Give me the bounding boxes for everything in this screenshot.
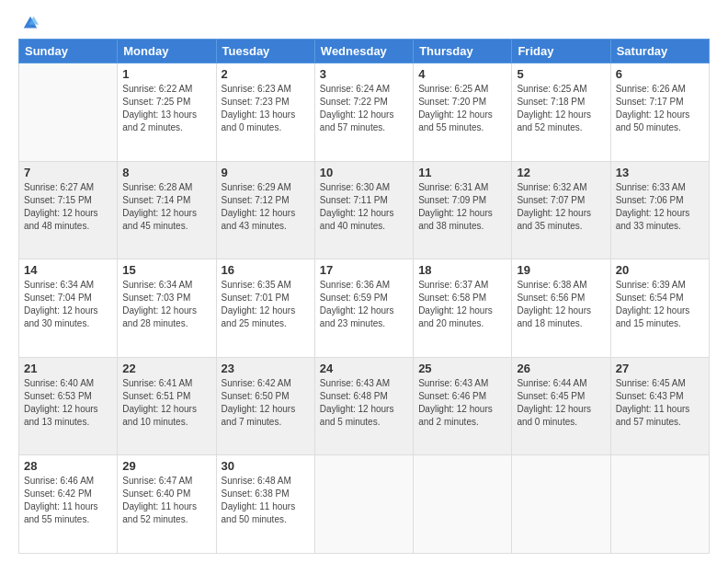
logo — [18, 15, 39, 31]
weekday-header: Sunday — [19, 40, 118, 63]
calendar-cell — [610, 455, 709, 554]
day-info: Sunrise: 6:31 AMSunset: 7:09 PMDaylight:… — [418, 181, 506, 233]
calendar-cell: 1Sunrise: 6:22 AMSunset: 7:25 PMDaylight… — [118, 63, 216, 162]
logo-icon — [22, 15, 39, 31]
day-info: Sunrise: 6:25 AMSunset: 7:20 PMDaylight:… — [418, 83, 506, 134]
day-number: 21 — [24, 362, 112, 375]
calendar-cell: 11Sunrise: 6:31 AMSunset: 7:09 PMDayligh… — [414, 161, 512, 259]
calendar-cell: 8Sunrise: 6:28 AMSunset: 7:14 PMDaylight… — [118, 161, 216, 259]
calendar-cell: 6Sunrise: 6:26 AMSunset: 7:17 PMDaylight… — [610, 63, 709, 162]
calendar-cell: 14Sunrise: 6:34 AMSunset: 7:04 PMDayligh… — [19, 259, 118, 358]
calendar-cell: 2Sunrise: 6:23 AMSunset: 7:23 PMDaylight… — [216, 63, 314, 162]
day-info: Sunrise: 6:36 AMSunset: 6:59 PMDaylight:… — [320, 279, 408, 330]
calendar-cell: 3Sunrise: 6:24 AMSunset: 7:22 PMDaylight… — [314, 63, 413, 162]
day-info: Sunrise: 6:24 AMSunset: 7:22 PMDaylight:… — [320, 83, 408, 134]
day-number: 5 — [517, 67, 605, 81]
calendar-cell: 18Sunrise: 6:37 AMSunset: 6:58 PMDayligh… — [414, 259, 512, 358]
calendar-cell: 20Sunrise: 6:39 AMSunset: 6:54 PMDayligh… — [610, 259, 709, 358]
weekday-header: Saturday — [610, 40, 709, 63]
day-info: Sunrise: 6:42 AMSunset: 6:50 PMDaylight:… — [222, 377, 310, 429]
day-info: Sunrise: 6:38 AMSunset: 6:56 PMDaylight:… — [517, 279, 605, 330]
day-info: Sunrise: 6:47 AMSunset: 6:40 PMDaylight:… — [122, 475, 210, 526]
calendar-cell: 5Sunrise: 6:25 AMSunset: 7:18 PMDaylight… — [512, 63, 610, 162]
calendar-week-row: 1Sunrise: 6:22 AMSunset: 7:25 PMDaylight… — [19, 63, 710, 162]
day-number: 6 — [616, 67, 704, 81]
day-info: Sunrise: 6:34 AMSunset: 7:03 PMDaylight:… — [122, 279, 210, 330]
weekday-header: Thursday — [414, 40, 512, 63]
calendar-week-row: 7Sunrise: 6:27 AMSunset: 7:15 PMDaylight… — [19, 161, 710, 259]
day-info: Sunrise: 6:45 AMSunset: 6:43 PMDaylight:… — [616, 377, 704, 429]
calendar-cell — [19, 63, 118, 162]
day-number: 12 — [517, 166, 605, 179]
day-info: Sunrise: 6:46 AMSunset: 6:42 PMDaylight:… — [24, 475, 112, 526]
day-info: Sunrise: 6:26 AMSunset: 7:17 PMDaylight:… — [616, 83, 704, 134]
day-info: Sunrise: 6:30 AMSunset: 7:11 PMDaylight:… — [320, 181, 408, 233]
calendar-cell: 9Sunrise: 6:29 AMSunset: 7:12 PMDaylight… — [216, 161, 314, 259]
day-number: 28 — [24, 459, 112, 473]
calendar-cell: 17Sunrise: 6:36 AMSunset: 6:59 PMDayligh… — [314, 259, 413, 358]
calendar-cell: 12Sunrise: 6:32 AMSunset: 7:07 PMDayligh… — [512, 161, 610, 259]
calendar-cell: 24Sunrise: 6:43 AMSunset: 6:48 PMDayligh… — [314, 357, 413, 455]
calendar-cell: 26Sunrise: 6:44 AMSunset: 6:45 PMDayligh… — [512, 357, 610, 455]
day-info: Sunrise: 6:32 AMSunset: 7:07 PMDaylight:… — [517, 181, 605, 233]
day-number: 7 — [24, 166, 112, 179]
day-number: 4 — [418, 67, 506, 81]
page-header — [18, 15, 710, 31]
calendar-cell: 7Sunrise: 6:27 AMSunset: 7:15 PMDaylight… — [19, 161, 118, 259]
weekday-header: Monday — [118, 40, 216, 63]
day-number: 10 — [320, 166, 408, 179]
calendar-week-row: 21Sunrise: 6:40 AMSunset: 6:53 PMDayligh… — [19, 357, 710, 455]
weekday-header: Tuesday — [216, 40, 314, 63]
calendar-header-row: SundayMondayTuesdayWednesdayThursdayFrid… — [19, 40, 710, 63]
day-number: 22 — [122, 362, 210, 375]
day-number: 18 — [418, 263, 506, 277]
day-info: Sunrise: 6:22 AMSunset: 7:25 PMDaylight:… — [122, 83, 210, 134]
day-number: 19 — [517, 263, 605, 277]
day-number: 20 — [616, 263, 704, 277]
calendar-cell: 27Sunrise: 6:45 AMSunset: 6:43 PMDayligh… — [610, 357, 709, 455]
calendar-cell: 15Sunrise: 6:34 AMSunset: 7:03 PMDayligh… — [118, 259, 216, 358]
calendar-cell: 25Sunrise: 6:43 AMSunset: 6:46 PMDayligh… — [414, 357, 512, 455]
calendar-cell — [512, 455, 610, 554]
calendar-table: SundayMondayTuesdayWednesdayThursdayFrid… — [18, 39, 710, 554]
day-info: Sunrise: 6:29 AMSunset: 7:12 PMDaylight:… — [222, 181, 310, 233]
day-info: Sunrise: 6:40 AMSunset: 6:53 PMDaylight:… — [24, 377, 112, 429]
day-info: Sunrise: 6:25 AMSunset: 7:18 PMDaylight:… — [517, 83, 605, 134]
day-info: Sunrise: 6:39 AMSunset: 6:54 PMDaylight:… — [616, 279, 704, 330]
day-number: 29 — [122, 459, 210, 473]
weekday-header: Friday — [512, 40, 610, 63]
calendar-cell: 28Sunrise: 6:46 AMSunset: 6:42 PMDayligh… — [19, 455, 118, 554]
calendar-cell — [314, 455, 413, 554]
day-number: 11 — [418, 166, 506, 179]
calendar-cell — [414, 455, 512, 554]
calendar-cell: 13Sunrise: 6:33 AMSunset: 7:06 PMDayligh… — [610, 161, 709, 259]
calendar-cell: 4Sunrise: 6:25 AMSunset: 7:20 PMDaylight… — [414, 63, 512, 162]
day-info: Sunrise: 6:44 AMSunset: 6:45 PMDaylight:… — [517, 377, 605, 429]
day-info: Sunrise: 6:23 AMSunset: 7:23 PMDaylight:… — [222, 83, 310, 134]
weekday-header: Wednesday — [314, 40, 413, 63]
calendar-cell: 22Sunrise: 6:41 AMSunset: 6:51 PMDayligh… — [118, 357, 216, 455]
day-number: 1 — [122, 67, 210, 81]
day-number: 23 — [222, 362, 310, 375]
day-info: Sunrise: 6:28 AMSunset: 7:14 PMDaylight:… — [122, 181, 210, 233]
calendar-cell: 30Sunrise: 6:48 AMSunset: 6:38 PMDayligh… — [216, 455, 314, 554]
day-number: 2 — [222, 67, 310, 81]
calendar-cell: 23Sunrise: 6:42 AMSunset: 6:50 PMDayligh… — [216, 357, 314, 455]
day-number: 13 — [616, 166, 704, 179]
day-number: 17 — [320, 263, 408, 277]
day-info: Sunrise: 6:27 AMSunset: 7:15 PMDaylight:… — [24, 181, 112, 233]
calendar-week-row: 28Sunrise: 6:46 AMSunset: 6:42 PMDayligh… — [19, 455, 710, 554]
day-number: 25 — [418, 362, 506, 375]
day-info: Sunrise: 6:43 AMSunset: 6:46 PMDaylight:… — [418, 377, 506, 429]
day-info: Sunrise: 6:34 AMSunset: 7:04 PMDaylight:… — [24, 279, 112, 330]
day-number: 3 — [320, 67, 408, 81]
day-info: Sunrise: 6:48 AMSunset: 6:38 PMDaylight:… — [222, 475, 310, 526]
day-number: 8 — [122, 166, 210, 179]
day-number: 14 — [24, 263, 112, 277]
day-info: Sunrise: 6:43 AMSunset: 6:48 PMDaylight:… — [320, 377, 408, 429]
calendar-cell: 10Sunrise: 6:30 AMSunset: 7:11 PMDayligh… — [314, 161, 413, 259]
day-info: Sunrise: 6:41 AMSunset: 6:51 PMDaylight:… — [122, 377, 210, 429]
day-info: Sunrise: 6:33 AMSunset: 7:06 PMDaylight:… — [616, 181, 704, 233]
day-number: 26 — [517, 362, 605, 375]
day-number: 24 — [320, 362, 408, 375]
